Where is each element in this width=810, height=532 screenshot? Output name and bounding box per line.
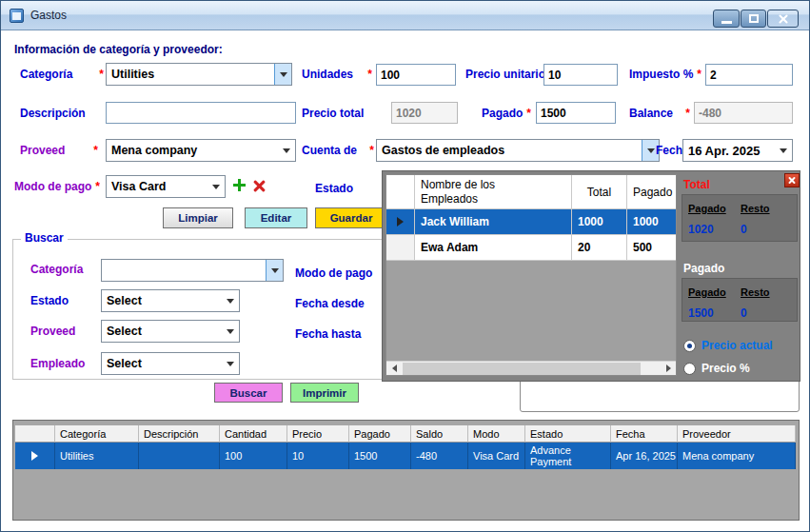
cell-saldo[interactable]: -480: [411, 443, 468, 469]
required-marker: *: [685, 107, 690, 120]
modo-pago-label: Modo de pago*: [14, 180, 100, 193]
partially-covered-textbox[interactable]: [520, 378, 800, 412]
col-descripcion-header[interactable]: Descripción: [139, 425, 220, 443]
maximize-button[interactable]: [741, 10, 766, 28]
total-resto-header: Resto: [741, 203, 793, 214]
minimize-button[interactable]: [713, 10, 740, 28]
col-total-header[interactable]: Total: [572, 175, 627, 209]
balance-input: [694, 102, 793, 124]
expenses-grid-header: Categoría Descripción Cantidad Precio Pa…: [15, 425, 796, 443]
precio-unitario-input[interactable]: [543, 64, 618, 86]
fecha-picker[interactable]: 16 Apr. 2025: [682, 139, 793, 162]
col-modo-header[interactable]: Modo: [468, 425, 525, 443]
precio-total-input: [391, 102, 458, 124]
limpiar-button[interactable]: Limpiar: [163, 207, 233, 228]
cell-descripcion[interactable]: [139, 443, 220, 469]
required-marker: *: [99, 68, 104, 81]
col-saldo-header[interactable]: Saldo: [411, 425, 468, 443]
buscar-estado-select[interactable]: Select: [101, 289, 240, 312]
horizontal-scrollbar[interactable]: [386, 361, 676, 375]
row-selector-cell[interactable]: [15, 443, 55, 469]
proveedor-select[interactable]: Mena company: [106, 139, 296, 162]
cell-estado[interactable]: Advance Payment: [525, 443, 611, 469]
col-pagado-header[interactable]: Pagado: [349, 425, 411, 443]
cuenta-select[interactable]: Gastos de empleados: [376, 139, 660, 162]
editar-button[interactable]: Editar: [245, 207, 307, 228]
cell-total[interactable]: 1000: [572, 209, 627, 235]
fecha-hasta-label: Fecha hasta: [295, 327, 361, 341]
row-selector-cell[interactable]: [386, 235, 415, 261]
cell-categoria[interactable]: Utilities: [55, 443, 139, 469]
descripcion-input[interactable]: [106, 102, 296, 124]
cell-nombre[interactable]: Jack William: [415, 209, 572, 235]
required-marker: *: [526, 107, 531, 120]
impuesto-input[interactable]: [705, 64, 793, 86]
col-fecha-header[interactable]: Fecha: [611, 425, 678, 443]
cell-pagado[interactable]: 1000: [627, 209, 677, 235]
current-row-icon: [31, 451, 38, 461]
cell-total[interactable]: 20: [572, 235, 627, 261]
expense-row[interactable]: Utilities 100 10 1500 -480 Visa Card Adv…: [15, 443, 796, 469]
categoria-select[interactable]: Utilities: [106, 63, 292, 86]
employee-grid: Nombre de los Empleados Total Pagado Jac…: [385, 174, 677, 376]
buscar-categoria-select[interactable]: [101, 259, 284, 282]
paid-box: PagadoResto 15000: [682, 278, 798, 322]
buscar-proveedor-select[interactable]: Select: [101, 320, 240, 343]
total-box: PagadoResto 10200: [682, 194, 798, 242]
popup-close-button[interactable]: [784, 173, 800, 187]
categoria-label: Categoría*: [20, 68, 104, 81]
chevron-down-icon: [775, 140, 792, 161]
scroll-right-button[interactable]: [661, 362, 676, 376]
delete-payment-mode-icon[interactable]: [252, 179, 267, 193]
cell-precio[interactable]: 10: [287, 443, 349, 469]
guardar-button[interactable]: Guardar: [315, 207, 387, 228]
buscar-estado-label: Estado: [30, 294, 69, 307]
chevron-down-icon: [278, 140, 295, 161]
chevron-down-icon: [222, 321, 239, 342]
precio-actual-radio[interactable]: Precio actual: [683, 339, 773, 352]
window-close-button[interactable]: [767, 10, 799, 28]
required-marker: *: [697, 68, 701, 81]
cell-cantidad[interactable]: 100: [220, 443, 287, 469]
chevron-down-icon: [222, 353, 239, 374]
minimize-icon: [721, 21, 732, 24]
modo-pago-select[interactable]: Visa Card: [106, 175, 226, 198]
pagado-input[interactable]: [536, 102, 616, 124]
current-row-icon: [397, 217, 404, 227]
row-selector-cell[interactable]: [386, 209, 415, 235]
precio-total-label: Precio total: [302, 107, 364, 120]
cell-pagado[interactable]: 1500: [349, 443, 411, 469]
cell-proveedor[interactable]: Mena company: [678, 443, 796, 469]
buscar-empleado-select[interactable]: Select: [101, 352, 240, 375]
col-nombre-header[interactable]: Nombre de los Empleados: [415, 175, 572, 209]
cell-modo[interactable]: Visa Card: [468, 443, 525, 469]
scrollbar-thumb[interactable]: [403, 363, 641, 375]
buscar-button[interactable]: Buscar: [214, 383, 283, 403]
col-pagado-header[interactable]: Pagado: [627, 175, 677, 209]
row-selector-header: [386, 175, 415, 209]
required-marker: *: [367, 68, 372, 81]
cell-fecha[interactable]: Apr 16, 2025: [611, 443, 678, 469]
total-pagado-value: 1020: [688, 223, 741, 236]
col-proveedor-header[interactable]: Proveedor: [678, 425, 796, 443]
precio-percent-radio[interactable]: Precio %: [683, 362, 750, 375]
col-cantidad-header[interactable]: Cantidad: [220, 425, 287, 443]
chevron-down-icon: [266, 260, 283, 281]
grid-empty-area: [386, 261, 676, 361]
cell-nombre[interactable]: Ewa Adam: [415, 235, 572, 261]
unidades-label: Unidades*: [302, 68, 372, 81]
required-marker: *: [95, 180, 100, 193]
radio-selected-icon: [683, 340, 696, 352]
unidades-input[interactable]: [376, 64, 456, 86]
add-payment-mode-icon[interactable]: [232, 178, 247, 192]
employee-row[interactable]: Jack William 1000 1000: [386, 209, 676, 235]
col-estado-header[interactable]: Estado: [525, 425, 611, 443]
cuenta-label: Cuenta de*: [302, 144, 374, 157]
cell-pagado[interactable]: 500: [627, 235, 677, 261]
employee-row[interactable]: Ewa Adam 20 500: [386, 235, 676, 261]
col-categoria-header[interactable]: Categoría: [55, 425, 139, 443]
imprimir-button[interactable]: Imprimir: [290, 383, 359, 403]
scroll-left-button[interactable]: [386, 362, 402, 376]
paid-pagado-header: Pagado: [688, 286, 741, 298]
col-precio-header[interactable]: Precio: [287, 425, 349, 443]
